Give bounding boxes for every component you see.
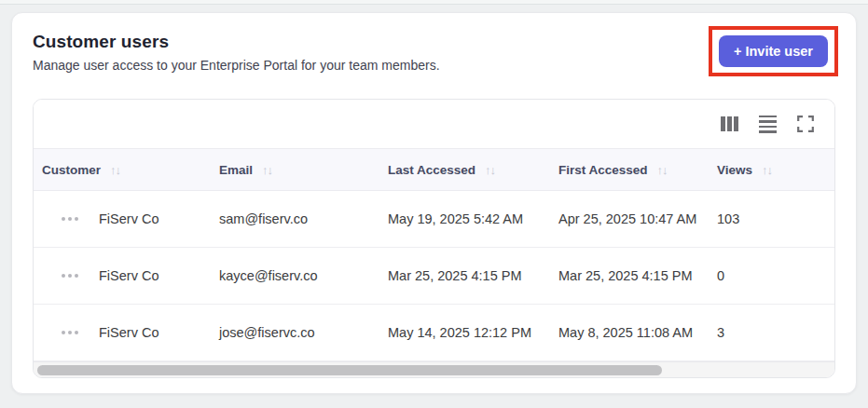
email-cell: kayce@fiserv.co — [211, 268, 379, 283]
columns-icon[interactable] — [721, 116, 738, 131]
column-label: Customer — [42, 163, 101, 177]
table-toolbar — [34, 100, 834, 148]
column-header-first-accessed[interactable]: First Accessed ↑↓ — [550, 163, 709, 177]
invite-user-button[interactable]: + Invite user — [719, 35, 828, 67]
column-header-email[interactable]: Email ↑↓ — [211, 163, 379, 177]
column-label: Views — [717, 163, 752, 177]
page-subtitle: Manage user access to your Enterprise Po… — [33, 58, 440, 73]
top-divider-strip — [0, 0, 868, 5]
customer-cell: FiServ Co — [34, 325, 211, 340]
table-row: FiServ Co kayce@fiserv.co Mar 25, 2025 4… — [34, 248, 834, 305]
last-accessed-cell: May 19, 2025 5:42 AM — [379, 211, 550, 226]
column-header-last-accessed[interactable]: Last Accessed ↑↓ — [379, 163, 550, 177]
title-block: Customer users Manage user access to you… — [33, 32, 440, 73]
views-cell: 3 — [709, 325, 834, 340]
email-cell: sam@fiserv.co — [211, 211, 379, 226]
views-cell: 0 — [709, 268, 834, 283]
sort-icon[interactable]: ↑↓ — [110, 163, 120, 177]
table-row: FiServ Co jose@fiservc.co May 14, 2025 1… — [34, 305, 834, 361]
customer-users-card: Customer users Manage user access to you… — [11, 12, 857, 394]
row-actions-menu-icon[interactable] — [60, 327, 80, 338]
last-accessed-cell: May 14, 2025 12:12 PM — [379, 325, 550, 340]
row-actions-menu-icon[interactable] — [60, 270, 80, 281]
views-cell: 103 — [709, 211, 834, 226]
sort-icon[interactable]: ↑↓ — [762, 163, 772, 177]
customer-cell: FiServ Co — [34, 268, 211, 283]
column-label: First Accessed — [558, 163, 648, 177]
horizontal-scrollbar[interactable] — [34, 361, 834, 377]
column-header-customer[interactable]: Customer ↑↓ — [34, 163, 211, 177]
customer-name: FiServ Co — [99, 268, 158, 283]
annotation-highlight-box: + Invite user — [709, 26, 838, 76]
fullscreen-icon[interactable] — [797, 116, 814, 132]
sort-icon[interactable]: ↑↓ — [657, 163, 668, 177]
first-accessed-cell: Mar 25, 2025 4:15 PM — [550, 268, 709, 283]
card-header: Customer users Manage user access to you… — [33, 32, 835, 76]
table-header-row: Customer ↑↓ Email ↑↓ Last Accessed ↑↓ Fi… — [34, 148, 834, 191]
customer-name: FiServ Co — [99, 211, 158, 226]
last-accessed-cell: Mar 25, 2025 4:15 PM — [379, 268, 550, 283]
page-title: Customer users — [33, 32, 440, 52]
row-actions-menu-icon[interactable] — [60, 213, 80, 224]
sort-icon[interactable]: ↑↓ — [262, 163, 272, 177]
column-header-views[interactable]: Views ↑↓ — [709, 163, 834, 177]
customer-cell: FiServ Co — [34, 211, 211, 226]
sort-icon[interactable]: ↑↓ — [485, 163, 495, 177]
table-row: FiServ Co sam@fiserv.co May 19, 2025 5:4… — [34, 191, 834, 248]
column-label: Email — [219, 163, 253, 177]
customer-name: FiServ Co — [99, 325, 158, 340]
first-accessed-cell: May 8, 2025 11:08 AM — [550, 325, 709, 340]
email-cell: jose@fiservc.co — [211, 325, 379, 340]
users-table: Customer ↑↓ Email ↑↓ Last Accessed ↑↓ Fi… — [33, 99, 835, 378]
column-label: Last Accessed — [388, 163, 475, 177]
density-icon[interactable] — [759, 116, 777, 133]
first-accessed-cell: Apr 25, 2025 10:47 AM — [550, 211, 709, 226]
horizontal-scrollbar-thumb[interactable] — [37, 365, 662, 375]
